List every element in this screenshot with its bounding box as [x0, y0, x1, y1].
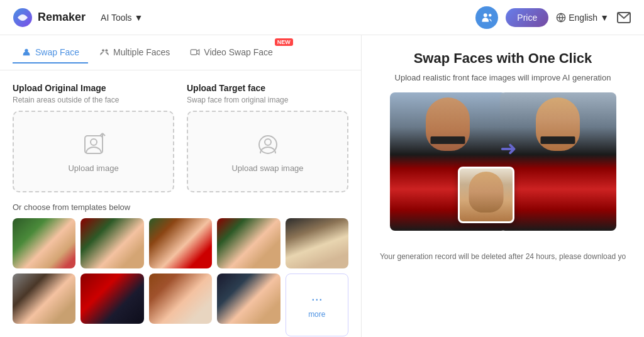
- face-swap-demo: ➜: [379, 92, 626, 237]
- upload-target-label: Upload Target face: [187, 83, 348, 93]
- right-panel-title: Swap Faces with One Click: [414, 50, 592, 67]
- demo-result-image: [500, 92, 616, 231]
- svg-point-6: [102, 49, 104, 52]
- tab-multiple-faces[interactable]: Multiple Faces: [91, 42, 179, 64]
- tab-multiple-faces-label: Multiple Faces: [113, 47, 170, 57]
- upload-original-icon: [80, 131, 108, 158]
- upload-target-text: Upload swap image: [231, 163, 303, 173]
- svg-point-10: [91, 139, 97, 145]
- tab-swap-face[interactable]: Swap Face: [13, 42, 88, 64]
- templates-label: Or choose from templates below: [13, 202, 348, 212]
- language-label: English: [569, 13, 597, 23]
- users-icon-button[interactable]: [475, 6, 498, 29]
- template-item-4[interactable]: [217, 218, 280, 268]
- lang-chevron-icon: ▼: [600, 13, 609, 23]
- upload-target-box: Upload Target face Swap face from origin…: [187, 83, 348, 192]
- globe-icon: [556, 13, 566, 23]
- swap-arrow-icon: ➜: [500, 136, 517, 160]
- template-more-button[interactable]: ··· more: [286, 273, 348, 336]
- right-panel-subtitle: Upload realistic front face images will …: [395, 73, 611, 82]
- logo-text: Remaker: [38, 11, 86, 24]
- svg-point-1: [484, 13, 487, 17]
- users-icon: [481, 12, 492, 23]
- video-icon: [190, 47, 200, 57]
- upload-target-dropzone[interactable]: Upload swap image: [187, 111, 348, 192]
- price-button[interactable]: Price: [506, 8, 548, 27]
- multiple-persons-icon: [99, 47, 109, 57]
- upload-target-sublabel: Swap face from original image: [187, 96, 348, 104]
- upload-section: Upload Original Image Retain areas outsi…: [0, 70, 361, 202]
- template-item-7[interactable]: [80, 273, 143, 324]
- svg-rect-8: [191, 50, 197, 55]
- template-item-2[interactable]: [80, 218, 143, 268]
- ai-tools-label: AI Tools: [101, 13, 132, 23]
- tab-video-swap-label: Video Swap Face: [204, 47, 272, 57]
- chevron-down-icon: ▼: [135, 13, 143, 23]
- templates-section: Or choose from templates below ··· more: [0, 202, 361, 337]
- tab-video-swap[interactable]: Video Swap Face NEW: [181, 42, 290, 64]
- template-item-3[interactable]: [149, 218, 212, 268]
- template-item-6[interactable]: [13, 273, 75, 324]
- ai-tools-button[interactable]: AI Tools ▼: [96, 10, 148, 25]
- upload-original-dropzone[interactable]: Upload image: [13, 111, 174, 192]
- svg-point-12: [265, 139, 271, 145]
- svg-point-7: [105, 49, 108, 52]
- person-icon: [21, 47, 31, 57]
- template-item-8[interactable]: [149, 273, 212, 324]
- upload-original-text: Upload image: [68, 163, 118, 173]
- logo-area: Remaker: [13, 8, 86, 28]
- left-panel: Swap Face Multiple Faces Video Swap Face…: [0, 35, 362, 337]
- mail-icon[interactable]: [616, 10, 631, 25]
- bottom-note: Your generation record will be deleted a…: [380, 252, 626, 261]
- upload-original-sublabel: Retain areas outside of the face: [13, 96, 174, 104]
- language-button[interactable]: English ▼: [556, 13, 609, 23]
- template-grid: ··· more: [13, 218, 348, 336]
- template-item-5[interactable]: [286, 218, 348, 268]
- upload-original-box: Upload Original Image Retain areas outsi…: [13, 83, 174, 192]
- upload-target-icon: [254, 131, 282, 158]
- tab-swap-face-label: Swap Face: [35, 47, 79, 57]
- logo-icon: [13, 8, 33, 28]
- header-right: Price English ▼: [475, 6, 631, 29]
- header: Remaker AI Tools ▼ Price English ▼: [0, 0, 644, 35]
- template-item-9[interactable]: [217, 273, 280, 324]
- more-label: more: [308, 310, 325, 319]
- template-item-1[interactable]: [13, 218, 75, 268]
- new-badge: NEW: [275, 38, 293, 46]
- tabs-bar: Swap Face Multiple Faces Video Swap Face…: [0, 35, 361, 70]
- more-dots-icon: ···: [311, 291, 323, 307]
- main-content: Swap Face Multiple Faces Video Swap Face…: [0, 35, 644, 337]
- demo-inset-face: [458, 167, 514, 223]
- svg-point-2: [489, 14, 492, 17]
- right-panel: Swap Faces with One Click Upload realist…: [362, 35, 644, 337]
- upload-original-label: Upload Original Image: [13, 83, 174, 93]
